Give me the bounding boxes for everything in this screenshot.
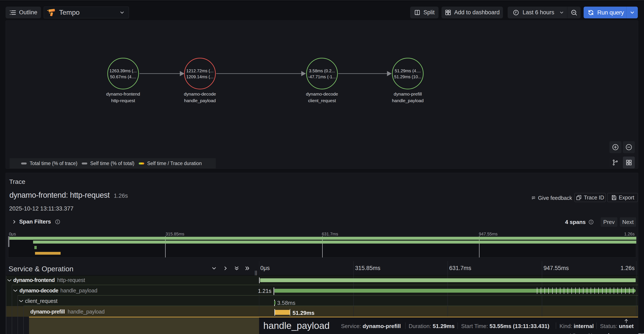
svg-text:50.67ms (4....: 50.67ms (4....: [110, 74, 136, 79]
svg-text:client_request: client_request: [308, 98, 336, 103]
svg-text:1263.39ms (...: 1263.39ms (...: [110, 68, 137, 73]
svg-text:http-request: http-request: [111, 98, 135, 103]
svg-text:51.29ms (4....: 51.29ms (4....: [395, 68, 421, 73]
svg-text:dynamo-frontend: dynamo-frontend: [106, 91, 140, 96]
svg-text:handle_payload: handle_payload: [184, 98, 216, 103]
svg-text:1209.14ms (...: 1209.14ms (...: [186, 74, 214, 79]
svg-text:dynamo-decode: dynamo-decode: [306, 91, 338, 96]
svg-text:1212.72ms (...: 1212.72ms (...: [186, 68, 214, 73]
svg-text:51.29ms (10...: 51.29ms (10...: [394, 74, 422, 79]
svg-text:-47.71ms (-1...: -47.71ms (-1...: [308, 74, 336, 79]
svg-text:handle_payload: handle_payload: [392, 98, 424, 103]
svg-text:3.58ms (0.2...: 3.58ms (0.2...: [309, 68, 335, 73]
svg-text:dynamo-decode: dynamo-decode: [184, 91, 216, 96]
svg-text:dynamo-prefill: dynamo-prefill: [394, 91, 422, 96]
